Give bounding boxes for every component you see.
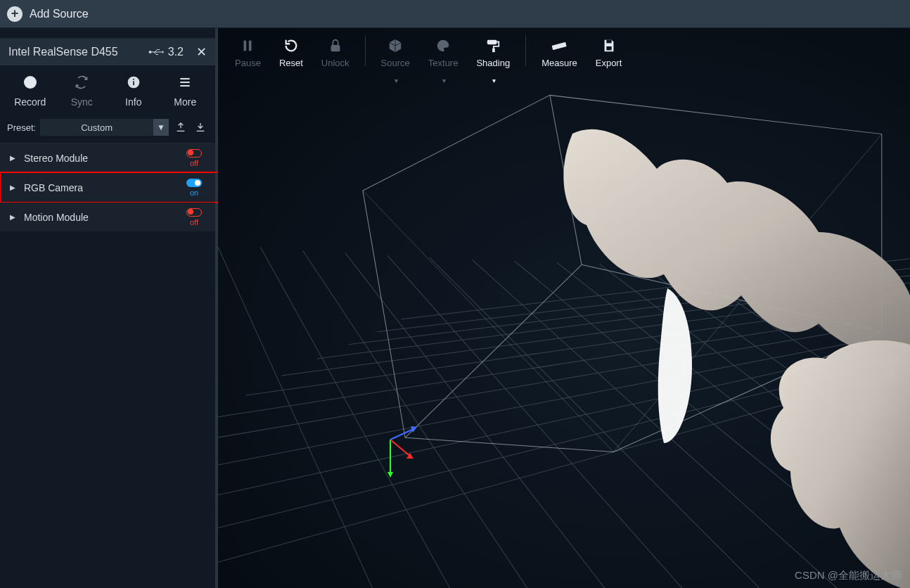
pause-icon: [240, 38, 255, 53]
svg-line-38: [260, 247, 451, 588]
module-name: Stereo Module: [24, 153, 183, 164]
source-dropdown[interactable]: Source ▾: [374, 35, 417, 87]
preset-label: Preset:: [7, 122, 36, 133]
info-icon: [127, 75, 141, 89]
topbar: + Add Source: [0, 0, 910, 28]
svg-marker-57: [387, 472, 393, 478]
close-device-button[interactable]: ✕: [196, 44, 207, 60]
toggle-rgb-state: on: [190, 188, 198, 197]
roller-icon: [485, 38, 501, 53]
usb-version-text: 3.2: [168, 46, 184, 58]
svg-rect-20: [487, 40, 497, 44]
sync-label: Sync: [71, 96, 93, 108]
svg-rect-9: [133, 79, 134, 80]
module-row-stereo[interactable]: ▶ Stereo Module off: [0, 143, 215, 173]
device-name: Intel RealSense D455: [8, 46, 118, 58]
svg-rect-8: [133, 81, 134, 85]
module-name: RGB Camera: [24, 182, 183, 193]
chevron-down-icon: ▾: [492, 77, 496, 84]
hamburger-icon: [178, 75, 192, 89]
reset-icon: [283, 38, 299, 53]
add-source-button[interactable]: +: [7, 6, 23, 22]
chevron-right-icon: ▶: [10, 184, 15, 191]
svg-rect-24: [606, 46, 611, 51]
usb-version: 3.2: [148, 46, 184, 58]
chevron-right-icon: ▶: [10, 154, 15, 162]
texture-dropdown[interactable]: Texture ▾: [421, 35, 466, 87]
svg-marker-6: [162, 51, 164, 53]
toggle-stereo-state: off: [190, 159, 198, 167]
svg-line-60: [390, 428, 415, 440]
preset-dropdown-arrow[interactable]: ▼: [153, 119, 169, 136]
svg-point-0: [149, 51, 151, 53]
record-icon: [24, 76, 37, 89]
record-button[interactable]: Record: [6, 75, 55, 108]
usb-icon: [148, 47, 164, 57]
save-icon: [601, 38, 617, 53]
origin-gizmo: [373, 418, 422, 482]
toggle-motion-state: off: [190, 218, 198, 226]
preset-row: Preset: Custom ▼: [0, 115, 215, 143]
toolbar-separator: [525, 35, 526, 66]
viewport-toolbar: Pause Reset Unlock Source ▾: [228, 35, 629, 87]
upload-icon: [175, 122, 186, 133]
watermark: CSDN @全能搬运大师: [795, 569, 902, 582]
device-panel: Intel RealSense D455 3.2 ✕: [0, 38, 215, 232]
module-row-rgb[interactable]: ▶ RGB Camera on: [0, 173, 215, 203]
record-label: Record: [14, 96, 46, 108]
preset-select[interactable]: Custom: [40, 119, 153, 136]
shading-dropdown[interactable]: Shading ▾: [469, 35, 517, 87]
chevron-right-icon: ▶: [10, 213, 15, 221]
pointcloud-mesh: [488, 113, 910, 588]
device-header: Intel RealSense D455 3.2 ✕: [0, 39, 215, 65]
svg-line-2: [155, 50, 158, 53]
svg-rect-17: [244, 41, 247, 51]
sync-icon: [75, 75, 89, 89]
lock-icon: [328, 38, 343, 53]
chevron-down-icon: ▾: [442, 77, 446, 84]
device-actions: Record Sync Info: [0, 65, 215, 115]
svg-rect-21: [492, 49, 495, 53]
cube-icon: [387, 38, 403, 53]
info-label: Info: [125, 96, 141, 108]
add-source-label: Add Source: [30, 8, 89, 20]
toolbar-separator: [365, 35, 366, 66]
info-button[interactable]: Info: [109, 75, 158, 108]
reset-button[interactable]: Reset: [272, 35, 310, 71]
export-button[interactable]: Export: [589, 35, 629, 71]
preset-upload-button[interactable]: [173, 120, 188, 135]
svg-rect-18: [249, 41, 252, 51]
3d-viewport[interactable]: Pause Reset Unlock Source ▾: [218, 28, 910, 588]
download-icon: [195, 122, 206, 133]
unlock-button[interactable]: Unlock: [314, 35, 357, 71]
chevron-down-icon: ▾: [395, 77, 398, 84]
more-button[interactable]: More: [160, 75, 210, 108]
palette-icon: [435, 38, 451, 53]
toggle-stereo[interactable]: [186, 149, 202, 158]
module-name: Motion Module: [24, 212, 183, 223]
more-label: More: [174, 96, 196, 108]
svg-line-4: [154, 52, 156, 55]
toggle-rgb[interactable]: [186, 179, 202, 187]
sync-button[interactable]: Sync: [57, 75, 106, 108]
ruler-icon: [551, 38, 567, 53]
svg-rect-23: [606, 40, 611, 44]
module-row-motion[interactable]: ▶ Motion Module off: [0, 203, 215, 232]
pause-button[interactable]: Pause: [228, 35, 268, 71]
svg-rect-19: [331, 45, 340, 51]
svg-line-58: [390, 440, 411, 457]
sidebar: Intel RealSense D455 3.2 ✕: [0, 28, 218, 588]
toggle-motion[interactable]: [186, 208, 202, 217]
svg-rect-22: [552, 42, 567, 50]
svg-line-37: [218, 247, 373, 588]
preset-download-button[interactable]: [193, 120, 208, 135]
measure-button[interactable]: Measure: [534, 35, 584, 71]
